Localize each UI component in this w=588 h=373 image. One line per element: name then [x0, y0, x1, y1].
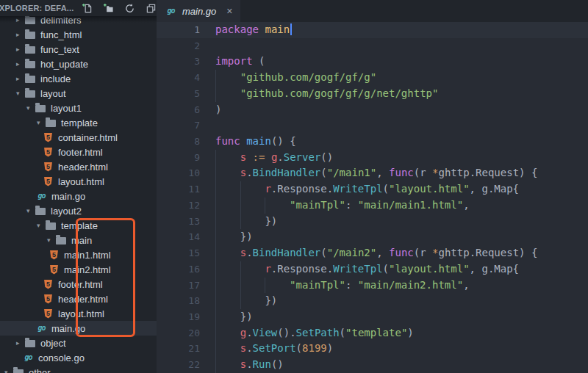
folder-icon	[13, 369, 24, 373]
tree-item-layout2[interactable]: ▾layout2	[0, 203, 157, 218]
tree-item-header-html[interactable]: 5header.html	[0, 291, 157, 306]
collapse-all-icon[interactable]	[146, 2, 157, 14]
indent-guide	[240, 181, 265, 198]
line-content: r.Response.WriteTpl("layout.html", g.Map…	[200, 181, 588, 198]
tree-item-hot_update[interactable]: ▸hot_update	[0, 57, 157, 71]
chevron-down-icon: ▾	[37, 218, 46, 233]
tree-item-container-html[interactable]: 5container.html	[0, 130, 157, 145]
line-content: s.Run()	[200, 357, 588, 373]
vscode-window: ▸delimiters▸func_html▸func_text▸hot_upda…	[0, 0, 588, 373]
chevron-right-icon: ▸	[16, 42, 25, 57]
text-cursor	[290, 23, 292, 35]
indent-guide	[215, 357, 240, 373]
chevron-down-icon: ▾	[26, 101, 35, 115]
tree-item-label: template	[61, 117, 98, 128]
chevron-down-icon: ▾	[26, 203, 35, 218]
tree-item-label: layout	[40, 88, 66, 99]
code-line[interactable]: 8func main() {	[157, 134, 588, 150]
code-line[interactable]: 18})	[157, 293, 588, 309]
tree-item-include[interactable]: ▸include	[0, 71, 157, 86]
code-line[interactable]: 11r.Response.WriteTpl("layout.html", g.M…	[157, 181, 588, 198]
refresh-icon[interactable]	[124, 2, 136, 14]
indent-guide	[215, 86, 240, 102]
line-content	[200, 117, 588, 134]
code-line[interactable]: 22s.Run()	[157, 357, 588, 373]
line-number: 9	[157, 150, 200, 166]
tree-item-label: main.go	[51, 191, 85, 202]
code-line[interactable]: 13})	[157, 214, 588, 230]
tree-item-label: include	[40, 73, 71, 84]
line-number: 17	[157, 278, 200, 294]
line-number: 7	[157, 117, 200, 134]
tree-item-console-go[interactable]: goconsole.go	[0, 350, 157, 365]
tree-item-object[interactable]: ▸object	[0, 336, 157, 350]
tree-item-footer-html[interactable]: 5footer.html	[0, 277, 157, 291]
tree-item-main2-html[interactable]: 5main2.html	[0, 262, 157, 277]
code-line[interactable]: 12"mainTpl": "main/main1.html",	[157, 198, 588, 214]
line-number: 19	[157, 309, 200, 325]
code-line[interactable]: 19})	[157, 309, 588, 325]
tree-item-label: main1.html	[64, 250, 111, 261]
line-number: 12	[157, 198, 200, 214]
chevron-right-icon: ▸	[16, 71, 25, 86]
tree-item-layout[interactable]: ▾layout	[0, 86, 157, 101]
indent-guide	[215, 245, 240, 261]
chevron-down-icon: ▾	[4, 365, 13, 373]
tree-item-label: header.html	[58, 162, 108, 173]
folder-icon	[35, 105, 46, 112]
tree-item-other[interactable]: ▾other	[0, 365, 157, 373]
code-line[interactable]: 4"github.com/gogf/gf/g"	[157, 70, 588, 86]
code-line[interactable]: 2	[157, 38, 588, 54]
code-line[interactable]: 9s := g.Server()	[157, 150, 588, 166]
code-line[interactable]: 3import (	[157, 54, 588, 70]
code-line[interactable]: 1package main	[157, 22, 588, 38]
tree-item-template[interactable]: ▾template	[0, 218, 157, 233]
tree-item-main1-html[interactable]: 5main1.html	[0, 247, 157, 262]
tree-item-label: layout.html	[58, 176, 104, 187]
indent-guide	[215, 198, 240, 214]
close-icon[interactable]: ×	[226, 0, 232, 22]
editor-group: go main.go × 1package main23import (4"gi…	[157, 0, 588, 373]
tree-item-main-go[interactable]: gomain.go	[0, 189, 157, 203]
tree-item-func_text[interactable]: ▸func_text	[0, 42, 157, 57]
tree-item-func_html[interactable]: ▸func_html	[0, 27, 157, 42]
line-number: 3	[157, 54, 200, 70]
indent-guide	[215, 165, 240, 181]
indent-guide	[215, 278, 240, 294]
tree-item-template[interactable]: ▾template	[0, 115, 157, 130]
line-number: 13	[157, 214, 200, 230]
tab-main-go[interactable]: go main.go ×	[157, 0, 240, 22]
code-lines[interactable]: 1package main23import (4"github.com/gogf…	[157, 22, 588, 373]
code-line[interactable]: 17"mainTpl": "main/main2.html",	[157, 278, 588, 294]
code-line[interactable]: 7	[157, 117, 588, 134]
new-folder-icon[interactable]	[103, 2, 115, 14]
line-content: package main	[200, 22, 588, 38]
indent-guide	[240, 214, 265, 230]
line-number: 20	[157, 325, 200, 341]
new-file-icon[interactable]	[82, 2, 93, 14]
line-content: )	[200, 102, 588, 118]
tree-item-footer-html[interactable]: 5footer.html	[0, 145, 157, 159]
code-line[interactable]: 16r.Response.WriteTpl("layout.html", g.M…	[157, 261, 588, 278]
tree-item-layout-html[interactable]: 5layout.html	[0, 174, 157, 189]
explorer-sidebar: ▸delimiters▸func_html▸func_text▸hot_upda…	[0, 0, 157, 373]
tree-item-label: func_text	[40, 44, 79, 55]
code-line[interactable]: 20g.View().SetPath("template")	[157, 325, 588, 341]
code-line[interactable]: 15s.BindHandler("/main2", func(r *ghttp.…	[157, 245, 588, 261]
line-number: 6	[157, 102, 200, 118]
explorer-actions	[82, 2, 157, 14]
line-number: 10	[157, 165, 200, 181]
code-line[interactable]: 6)	[157, 102, 588, 118]
code-line[interactable]: 21s.SetPort(8199)	[157, 341, 588, 357]
tree-item-label: main2.html	[64, 264, 111, 275]
tree-item-layout1[interactable]: ▾layout1	[0, 101, 157, 115]
code-line[interactable]: 14})	[157, 229, 588, 245]
tree-item-main[interactable]: ▾main	[0, 233, 157, 247]
tree-item-label: layout2	[51, 206, 82, 217]
code-line[interactable]: 10s.BindHandler("/main1", func(r *ghttp.…	[157, 165, 588, 181]
tree-item-label: main.go	[51, 323, 85, 334]
tree-item-header-html[interactable]: 5header.html	[0, 159, 157, 174]
tree-item-main-go[interactable]: gomain.go	[0, 321, 157, 336]
tree-item-layout-html[interactable]: 5layout.html	[0, 306, 157, 321]
code-line[interactable]: 5"github.com/gogf/gf/g/net/ghttp"	[157, 86, 588, 102]
